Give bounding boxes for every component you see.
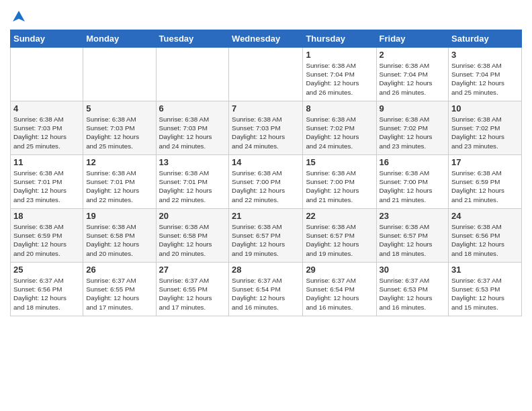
day-number: 19 [86, 211, 152, 221]
calendar-cell: 7Sunrise: 6:38 AMSunset: 7:03 PMDaylight… [229, 101, 303, 155]
calendar-cell [156, 48, 229, 101]
logo-icon [11, 9, 26, 24]
header [10, 7, 522, 24]
day-info: Sunrise: 6:38 AMSunset: 6:58 PMDaylight:… [159, 222, 226, 258]
weekday-header: Tuesday [156, 30, 229, 48]
day-info: Sunrise: 6:38 AMSunset: 6:57 PMDaylight:… [306, 222, 373, 258]
calendar: SundayMondayTuesdayWednesdayThursdayFrid… [10, 30, 522, 316]
day-number: 20 [159, 211, 226, 221]
day-info: Sunrise: 6:38 AMSunset: 7:01 PMDaylight:… [13, 169, 80, 204]
weekday-header: Sunday [11, 30, 83, 48]
day-info: Sunrise: 6:37 AMSunset: 6:53 PMDaylight:… [380, 276, 446, 312]
day-number: 11 [13, 157, 80, 167]
calendar-cell: 21Sunrise: 6:38 AMSunset: 6:57 PMDayligh… [229, 209, 303, 263]
weekday-header: Saturday [449, 30, 522, 48]
day-number: 21 [232, 211, 300, 221]
day-info: Sunrise: 6:37 AMSunset: 6:54 PMDaylight:… [306, 276, 373, 312]
day-info: Sunrise: 6:38 AMSunset: 6:57 PMDaylight:… [380, 222, 446, 258]
calendar-cell: 17Sunrise: 6:38 AMSunset: 6:59 PMDayligh… [449, 155, 522, 209]
calendar-cell: 8Sunrise: 6:38 AMSunset: 7:02 PMDaylight… [303, 101, 376, 155]
day-number: 3 [451, 50, 519, 60]
day-info: Sunrise: 6:38 AMSunset: 7:03 PMDaylight:… [159, 115, 226, 150]
day-number: 16 [380, 157, 446, 167]
calendar-cell: 9Sunrise: 6:38 AMSunset: 7:02 PMDaylight… [376, 101, 449, 155]
calendar-cell: 14Sunrise: 6:38 AMSunset: 7:00 PMDayligh… [229, 155, 303, 209]
calendar-cell: 28Sunrise: 6:37 AMSunset: 6:54 PMDayligh… [229, 263, 303, 316]
calendar-week-row: 1Sunrise: 6:38 AMSunset: 7:04 PMDaylight… [11, 48, 522, 101]
day-info: Sunrise: 6:38 AMSunset: 7:03 PMDaylight:… [13, 115, 80, 150]
calendar-cell: 2Sunrise: 6:38 AMSunset: 7:04 PMDaylight… [376, 48, 449, 101]
day-info: Sunrise: 6:38 AMSunset: 7:04 PMDaylight:… [306, 61, 373, 97]
calendar-cell: 4Sunrise: 6:38 AMSunset: 7:03 PMDaylight… [11, 101, 83, 155]
day-info: Sunrise: 6:38 AMSunset: 7:02 PMDaylight:… [451, 115, 519, 150]
calendar-cell: 11Sunrise: 6:38 AMSunset: 7:01 PMDayligh… [11, 155, 83, 209]
calendar-week-row: 25Sunrise: 6:37 AMSunset: 6:56 PMDayligh… [11, 263, 522, 316]
day-info: Sunrise: 6:38 AMSunset: 7:03 PMDaylight:… [232, 115, 300, 150]
day-number: 29 [306, 265, 373, 275]
calendar-cell: 22Sunrise: 6:38 AMSunset: 6:57 PMDayligh… [303, 209, 376, 263]
calendar-cell: 27Sunrise: 6:37 AMSunset: 6:55 PMDayligh… [156, 263, 229, 316]
day-info: Sunrise: 6:37 AMSunset: 6:55 PMDaylight:… [159, 276, 226, 312]
day-number: 5 [86, 103, 152, 113]
day-info: Sunrise: 6:38 AMSunset: 7:04 PMDaylight:… [451, 61, 519, 97]
calendar-cell: 30Sunrise: 6:37 AMSunset: 6:53 PMDayligh… [376, 263, 449, 316]
weekday-header: Thursday [303, 30, 376, 48]
calendar-cell: 10Sunrise: 6:38 AMSunset: 7:02 PMDayligh… [449, 101, 522, 155]
weekday-header-row: SundayMondayTuesdayWednesdayThursdayFrid… [11, 30, 522, 48]
logo [10, 11, 26, 24]
calendar-cell: 15Sunrise: 6:38 AMSunset: 7:00 PMDayligh… [303, 155, 376, 209]
day-number: 10 [451, 103, 519, 113]
day-number: 26 [86, 265, 152, 275]
day-number: 6 [159, 103, 226, 113]
day-info: Sunrise: 6:38 AMSunset: 7:01 PMDaylight:… [159, 169, 226, 204]
calendar-cell: 25Sunrise: 6:37 AMSunset: 6:56 PMDayligh… [11, 263, 83, 316]
day-info: Sunrise: 6:37 AMSunset: 6:56 PMDaylight:… [13, 276, 80, 312]
day-info: Sunrise: 6:37 AMSunset: 6:53 PMDaylight:… [451, 276, 519, 312]
day-number: 1 [306, 50, 373, 60]
weekday-header: Wednesday [229, 30, 303, 48]
day-number: 31 [451, 265, 519, 275]
calendar-cell: 26Sunrise: 6:37 AMSunset: 6:55 PMDayligh… [83, 263, 156, 316]
day-info: Sunrise: 6:38 AMSunset: 6:56 PMDaylight:… [451, 222, 519, 258]
day-number: 2 [380, 50, 446, 60]
day-info: Sunrise: 6:37 AMSunset: 6:55 PMDaylight:… [86, 276, 152, 312]
day-number: 12 [86, 157, 152, 167]
day-number: 4 [13, 103, 80, 113]
day-info: Sunrise: 6:38 AMSunset: 7:02 PMDaylight:… [380, 115, 446, 150]
calendar-cell: 18Sunrise: 6:38 AMSunset: 6:59 PMDayligh… [11, 209, 83, 263]
day-info: Sunrise: 6:38 AMSunset: 6:59 PMDaylight:… [13, 222, 80, 258]
day-number: 30 [380, 265, 446, 275]
calendar-cell: 12Sunrise: 6:38 AMSunset: 7:01 PMDayligh… [83, 155, 156, 209]
calendar-cell [11, 48, 83, 101]
calendar-cell: 24Sunrise: 6:38 AMSunset: 6:56 PMDayligh… [449, 209, 522, 263]
calendar-cell [229, 48, 303, 101]
page: SundayMondayTuesdayWednesdayThursdayFrid… [0, 0, 532, 411]
day-info: Sunrise: 6:38 AMSunset: 7:02 PMDaylight:… [306, 115, 373, 150]
day-info: Sunrise: 6:38 AMSunset: 7:00 PMDaylight:… [232, 169, 300, 204]
day-number: 23 [380, 211, 446, 221]
day-number: 9 [380, 103, 446, 113]
day-number: 24 [451, 211, 519, 221]
calendar-cell: 3Sunrise: 6:38 AMSunset: 7:04 PMDaylight… [449, 48, 522, 101]
calendar-cell: 20Sunrise: 6:38 AMSunset: 6:58 PMDayligh… [156, 209, 229, 263]
calendar-cell: 5Sunrise: 6:38 AMSunset: 7:03 PMDaylight… [83, 101, 156, 155]
calendar-cell: 29Sunrise: 6:37 AMSunset: 6:54 PMDayligh… [303, 263, 376, 316]
day-number: 22 [306, 211, 373, 221]
calendar-cell [83, 48, 156, 101]
day-info: Sunrise: 6:38 AMSunset: 7:03 PMDaylight:… [86, 115, 152, 150]
calendar-cell: 1Sunrise: 6:38 AMSunset: 7:04 PMDaylight… [303, 48, 376, 101]
calendar-cell: 16Sunrise: 6:38 AMSunset: 7:00 PMDayligh… [376, 155, 449, 209]
day-info: Sunrise: 6:37 AMSunset: 6:54 PMDaylight:… [232, 276, 300, 312]
day-info: Sunrise: 6:38 AMSunset: 6:58 PMDaylight:… [86, 222, 152, 258]
day-number: 13 [159, 157, 226, 167]
calendar-cell: 6Sunrise: 6:38 AMSunset: 7:03 PMDaylight… [156, 101, 229, 155]
day-number: 8 [306, 103, 373, 113]
day-info: Sunrise: 6:38 AMSunset: 6:57 PMDaylight:… [232, 222, 300, 258]
svg-marker-0 [13, 11, 25, 21]
day-info: Sunrise: 6:38 AMSunset: 7:04 PMDaylight:… [380, 61, 446, 97]
day-info: Sunrise: 6:38 AMSunset: 7:00 PMDaylight:… [306, 169, 373, 204]
day-number: 7 [232, 103, 300, 113]
day-number: 17 [451, 157, 519, 167]
calendar-week-row: 11Sunrise: 6:38 AMSunset: 7:01 PMDayligh… [11, 155, 522, 209]
calendar-cell: 23Sunrise: 6:38 AMSunset: 6:57 PMDayligh… [376, 209, 449, 263]
